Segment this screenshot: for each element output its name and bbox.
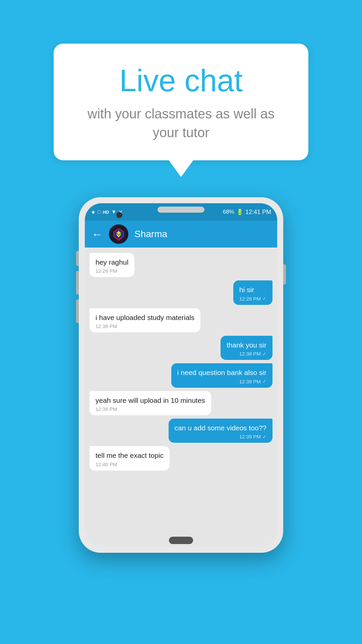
chat-header: ← Sharma <box>85 221 277 248</box>
bubble-time-4: 12:38 PM ✓ <box>227 351 266 357</box>
bubble-received-3: i have uploaded study materials 12:38 PM <box>89 308 200 332</box>
mute-button <box>76 251 79 266</box>
bubble-sent-7: can u add some videos too?? 12:39 PM ✓ <box>169 419 273 443</box>
message-row-2: hi sir 12:28 PM ✓ <box>89 280 273 305</box>
message-row-1: hey raghul 12:26 PM <box>89 253 273 277</box>
status-time: 12:41 PM <box>245 209 271 216</box>
read-check-5: ✓ <box>262 379 266 384</box>
phone-body: ★ □ HD ▼ ✕ 68% 🔋 12:41 PM ← <box>79 197 283 553</box>
bubble-time-5: 12:39 PM ✓ <box>177 379 266 384</box>
power-button <box>283 264 286 284</box>
status-icons-right: 68% 🔋 12:41 PM <box>223 209 271 216</box>
message-row-3: i have uploaded study materials 12:38 PM <box>89 308 273 332</box>
back-button[interactable]: ← <box>92 228 103 241</box>
bubble-time-8: 12:40 PM <box>96 462 164 467</box>
battery-icon: 🔋 <box>236 209 243 216</box>
bubble-sent-5: i need question bank also sir 12:39 PM ✓ <box>171 363 273 387</box>
bubble-text-8: tell me the exact topic <box>96 451 164 460</box>
bubble-text-4: thank you sir <box>227 340 266 350</box>
main-title: Live chat <box>80 64 282 98</box>
bubble-time-3: 12:38 PM <box>96 323 194 329</box>
speech-bubble: Live chat with your classmates as well a… <box>54 44 308 160</box>
bubble-text-3: i have uploaded study materials <box>96 313 194 322</box>
bubble-sent-2: hi sir 12:28 PM ✓ <box>233 280 273 305</box>
hd-icon: HD <box>103 210 109 215</box>
phone-mockup: ★ □ HD ▼ ✕ 68% 🔋 12:41 PM ← <box>79 197 283 553</box>
volume-up-button <box>76 271 79 294</box>
message-row-7: can u add some videos too?? 12:39 PM ✓ <box>89 419 273 443</box>
bubble-time-2: 12:28 PM ✓ <box>239 296 266 302</box>
wifi-icon: ▼ <box>111 209 116 215</box>
message-row-5: i need question bank also sir 12:39 PM ✓ <box>89 363 273 387</box>
bubble-received-1: hey raghul 12:26 PM <box>89 253 134 277</box>
contact-name: Sharma <box>134 229 167 239</box>
phone-screen: ★ □ HD ▼ ✕ 68% 🔋 12:41 PM ← <box>85 203 277 547</box>
signal-icon: □ <box>98 209 101 215</box>
bubble-time-7: 12:39 PM ✓ <box>175 434 266 439</box>
message-row-4: thank you sir 12:38 PM ✓ <box>89 336 273 360</box>
read-check-4: ✓ <box>262 351 266 357</box>
subtitle: with your classmates as well as your tut… <box>80 104 282 142</box>
read-check-2: ✓ <box>262 296 266 301</box>
bubble-text-7: can u add some videos too?? <box>175 423 266 432</box>
read-check-7: ✓ <box>262 434 266 439</box>
volume-down-button <box>76 300 79 323</box>
bubble-text-2: hi sir <box>239 285 266 294</box>
home-button[interactable] <box>169 537 193 544</box>
message-row-8: tell me the exact topic 12:40 PM <box>89 446 273 470</box>
bubble-text-5: i need question bank also sir <box>177 368 266 377</box>
battery-percent: 68% <box>223 209 234 215</box>
bubble-time-1: 12:26 PM <box>96 268 128 274</box>
bubble-text-1: hey raghul <box>96 258 128 267</box>
chat-area: hey raghul 12:26 PM hi sir 12:28 PM ✓ i … <box>85 248 277 547</box>
message-row-6: yeah sure will upload in 10 minutes 12:3… <box>89 391 273 415</box>
bubble-sent-4: thank you sir 12:38 PM ✓ <box>221 336 273 360</box>
superman-icon <box>111 227 126 241</box>
bubble-received-8: tell me the exact topic 12:40 PM <box>89 446 170 470</box>
contact-avatar <box>109 224 128 244</box>
bubble-received-6: yeah sure will upload in 10 minutes 12:3… <box>89 391 211 415</box>
bubble-text-6: yeah sure will upload in 10 minutes <box>96 396 205 405</box>
bubble-time-6: 12:39 PM <box>96 406 205 412</box>
phone-speaker <box>158 207 204 213</box>
bluetooth-icon: ★ <box>91 209 96 215</box>
